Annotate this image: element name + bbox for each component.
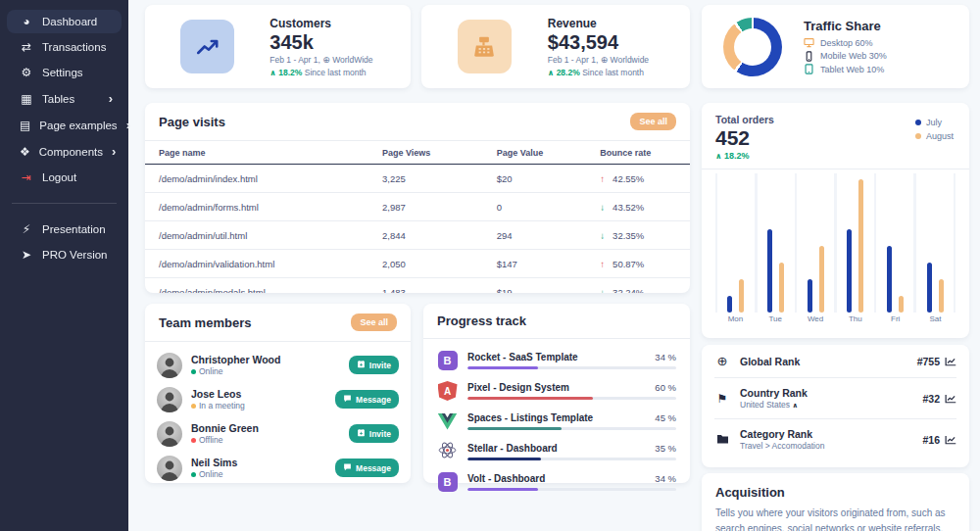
invite-button[interactable]: Invite xyxy=(349,356,399,374)
stat-cards-row: Customers 345k Feb 1 - Apr 1, ⊕ WorldWid… xyxy=(145,5,690,88)
caret-up-icon: ∧ xyxy=(792,402,798,409)
progress-track-header: Progress track xyxy=(423,304,690,339)
progress-item-percent: 34 % xyxy=(655,352,676,362)
sidebar-item-settings[interactable]: ⚙ Settings xyxy=(7,61,122,84)
progress-bar-fill xyxy=(467,488,538,492)
progress-item: Spaces - Listings Template 45 % xyxy=(437,407,676,437)
progress-item: Stellar - Dashboard 35 % xyxy=(437,437,676,467)
bar-july xyxy=(767,229,772,313)
page-visits-table: Page namePage ViewsPage ValueBounce rate… xyxy=(145,141,690,293)
page-name-cell: /demo/admin/validation.html xyxy=(145,250,368,278)
globe-icon: ⊕ xyxy=(714,354,730,368)
sidebar-item-label: Settings xyxy=(42,67,115,78)
status-dot xyxy=(191,369,196,374)
sidebar-item-label: Page examples xyxy=(39,120,117,131)
status-dot xyxy=(191,404,196,409)
page-name-cell: /demo/admin/forms.html xyxy=(145,193,368,221)
page-value-cell: 0 xyxy=(483,193,587,221)
total-orders-value: 452 xyxy=(715,126,774,150)
list-item: Christopher Wood Online Invite xyxy=(157,348,399,382)
react-icon xyxy=(437,441,458,463)
rank-title: Global Rank xyxy=(740,356,907,367)
invite-button[interactable]: Invite xyxy=(349,424,399,443)
rocket-icon: ➤ xyxy=(20,248,33,262)
progress-bar-fill xyxy=(467,458,541,461)
progress-bar-track xyxy=(467,458,676,461)
arrow-up-icon: ↑ xyxy=(600,259,605,269)
progress-item-body: Pixel - Design System 60 % xyxy=(467,382,676,401)
rank-title: Category Rank xyxy=(740,428,912,440)
arrow-up-icon: ↑ xyxy=(600,173,605,184)
page-value-cell: 294 xyxy=(483,221,587,250)
progress-item-label: Rocket - SaaS Template xyxy=(467,352,578,362)
rank-subtitle: United States ∧ xyxy=(740,400,912,410)
ranks-card: ⊕ Global Rank #755 ⚑ Country Rank United… xyxy=(702,345,969,467)
progress-bar-track xyxy=(467,397,676,401)
bounce-rate-cell: ↓43.52% xyxy=(586,193,690,221)
caret-up-icon: ∧ xyxy=(548,69,555,77)
traffic-share-title: Traffic Share xyxy=(804,19,887,33)
total-orders-label: Total orders xyxy=(715,114,774,125)
progress-bar-fill xyxy=(467,427,562,431)
rank-info: Global Rank xyxy=(740,356,907,367)
team-members-header: Team members See all xyxy=(145,304,411,342)
sidebar-item-components[interactable]: ❖ Components › xyxy=(7,139,122,164)
rank-info: Category Rank Travel > Accomodation xyxy=(740,428,912,451)
page-views-cell: 3,225 xyxy=(368,165,483,193)
team-see-all-button[interactable]: See all xyxy=(351,314,397,331)
calendar-plus-icon xyxy=(357,360,366,370)
chart-icon xyxy=(945,394,956,404)
progress-item-icon: B xyxy=(437,351,458,370)
progress-item-label: Pixel - Design System xyxy=(467,382,569,393)
page-name-cell: /demo/admin/modals.html xyxy=(145,278,368,294)
sidebar-item-presentation[interactable]: ⚡ Presentation xyxy=(7,217,122,241)
total-orders-delta: ∧ 18.2% xyxy=(715,151,774,161)
progress-item-percent: 34 % xyxy=(655,473,676,484)
table-row: /demo/admin/validation.html 2,050 $147 ↑… xyxy=(145,250,690,278)
sidebar-item-tables[interactable]: ▦ Tables › xyxy=(7,86,122,111)
column-header: Page name xyxy=(145,141,368,165)
progress-item-label: Stellar - Dashboard xyxy=(467,443,558,454)
sidebar-divider xyxy=(12,203,117,204)
gear-icon: ⚙ xyxy=(20,66,33,79)
sidebar-item-pro-version[interactable]: ➤ PRO Version xyxy=(7,243,122,266)
revenue-period: Feb 1 - Apr 1, ⊕ Worldwide xyxy=(548,55,690,65)
x-axis-label: Tue xyxy=(756,314,795,323)
team-member-info: Bonnie Green Offline xyxy=(191,422,340,445)
sidebar-item-transactions[interactable]: ⇄ Transactions xyxy=(7,35,122,59)
sidebar-item-logout[interactable]: ⇥ Logout xyxy=(7,166,122,189)
chart-line-icon xyxy=(180,20,234,73)
page-value-cell: $19 xyxy=(483,278,587,294)
sidebar-item-page-examples[interactable]: ▤ Page examples › xyxy=(7,113,122,137)
traffic-legend-item: Tablet Web 10% xyxy=(804,64,887,74)
sidebar-item-dashboard[interactable]: ◕ Dashboard xyxy=(7,10,122,33)
main-content: Customers 345k Feb 1 - Apr 1, ⊕ WorldWid… xyxy=(128,0,980,531)
rank-value: #755 xyxy=(917,356,956,367)
left-column: Customers 345k Feb 1 - Apr 1, ⊕ WorldWid… xyxy=(145,5,690,531)
globe-icon: ⊕ xyxy=(322,55,330,65)
chat-icon xyxy=(343,462,352,473)
list-item: Bonnie Green Offline Invite xyxy=(157,416,399,451)
ranks-list: ⊕ Global Rank #755 ⚑ Country Rank United… xyxy=(714,345,956,459)
customers-value: 345k xyxy=(270,31,411,54)
bootstrap-icon: B xyxy=(438,351,458,370)
table-row: /demo/admin/index.html 3,225 $20 ↑42.55% xyxy=(145,165,690,193)
page-visits-see-all-button[interactable]: See all xyxy=(630,113,676,130)
progress-item-body: Volt - Dashboard 34 % xyxy=(467,473,676,492)
page-views-cell: 2,844 xyxy=(368,221,483,250)
page-views-cell: 2,987 xyxy=(368,193,483,221)
caret-up-icon: ∧ xyxy=(270,69,276,77)
avatar xyxy=(157,387,182,412)
message-button[interactable]: Message xyxy=(335,459,399,477)
progress-bar-fill xyxy=(467,397,593,401)
message-button[interactable]: Message xyxy=(335,390,399,409)
arrow-down-icon: ↓ xyxy=(600,202,605,213)
acquisition-title: Acquisition xyxy=(715,485,956,500)
page-visits-table-header: Page namePage ViewsPage ValueBounce rate xyxy=(145,141,690,165)
team-member-info: Christopher Wood Online xyxy=(191,354,340,376)
progress-bar-track xyxy=(467,427,676,431)
traffic-donut-chart xyxy=(723,18,782,76)
mobile-icon xyxy=(804,51,814,62)
progress-track-card: Progress track B Rocket - SaaS Template … xyxy=(423,304,690,483)
bar-august xyxy=(819,246,824,313)
